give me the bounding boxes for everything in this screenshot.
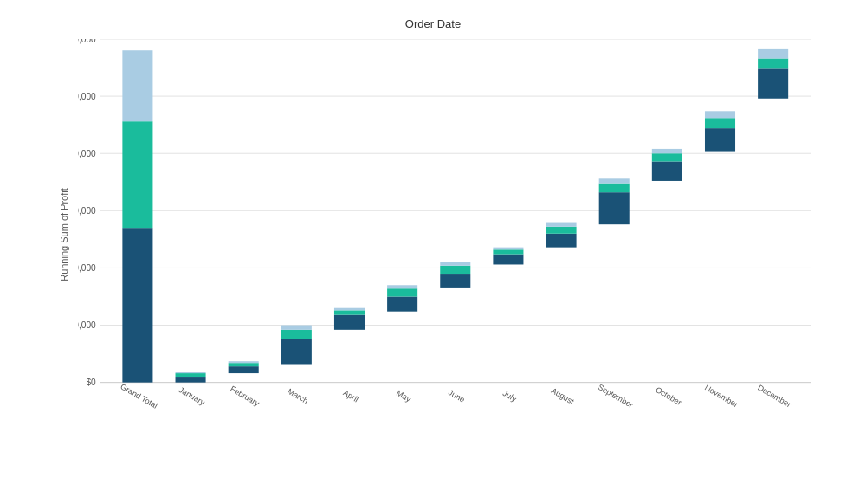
svg-rect-43	[493, 255, 523, 265]
svg-rect-37	[387, 285, 417, 288]
svg-text:January: January	[178, 385, 207, 407]
svg-text:November: November	[703, 384, 740, 410]
svg-text:February: February	[229, 384, 261, 408]
svg-rect-48	[546, 227, 577, 234]
svg-rect-15	[122, 228, 152, 382]
svg-text:Grand Total: Grand Total	[119, 382, 158, 410]
svg-rect-25	[229, 361, 259, 363]
svg-rect-44	[493, 249, 523, 254]
svg-rect-40	[440, 266, 470, 274]
svg-rect-57	[652, 149, 682, 153]
svg-text:$50,000: $50,000	[78, 320, 96, 330]
svg-rect-63	[758, 68, 788, 98]
svg-text:$150,000: $150,000	[78, 206, 96, 216]
svg-rect-56	[652, 153, 682, 161]
svg-rect-51	[599, 192, 630, 224]
svg-rect-33	[334, 308, 365, 311]
svg-rect-17	[122, 50, 152, 121]
svg-rect-64	[758, 58, 788, 68]
chart-title: Order Date	[17, 17, 849, 30]
svg-rect-28	[281, 330, 312, 339]
svg-rect-53	[599, 178, 630, 183]
svg-rect-61	[705, 111, 735, 118]
svg-rect-21	[176, 372, 206, 373]
svg-rect-27	[281, 339, 312, 364]
chart-container: Order Date Running Sum of Profit $0$50,0…	[0, 0, 866, 504]
svg-rect-20	[176, 373, 206, 377]
svg-rect-31	[334, 315, 365, 330]
svg-rect-60	[705, 118, 735, 128]
svg-rect-55	[652, 161, 682, 180]
svg-rect-29	[281, 326, 312, 330]
svg-text:$300,000: $300,000	[78, 39, 96, 44]
svg-text:May: May	[395, 389, 412, 404]
svg-text:$100,000: $100,000	[78, 263, 96, 273]
svg-rect-65	[758, 49, 788, 59]
svg-rect-24	[229, 363, 259, 366]
svg-rect-35	[387, 296, 417, 311]
svg-text:April: April	[341, 389, 359, 404]
svg-rect-19	[176, 377, 206, 383]
svg-text:$0: $0	[86, 378, 96, 387]
svg-text:December: December	[756, 384, 792, 410]
svg-rect-45	[493, 248, 523, 250]
svg-text:October: October	[654, 385, 682, 407]
svg-text:July: July	[501, 389, 519, 404]
svg-text:June: June	[447, 388, 466, 404]
svg-rect-52	[599, 184, 630, 193]
svg-rect-41	[440, 262, 470, 266]
svg-rect-36	[387, 288, 417, 296]
svg-text:$250,000: $250,000	[78, 92, 96, 101]
svg-text:$200,000: $200,000	[78, 149, 96, 158]
y-axis-label: Running Sum of Profit	[59, 188, 69, 281]
svg-rect-39	[440, 274, 470, 288]
svg-rect-32	[334, 310, 365, 314]
svg-rect-47	[546, 234, 577, 248]
svg-rect-49	[546, 223, 577, 227]
svg-text:September: September	[597, 383, 635, 410]
svg-rect-16	[122, 121, 152, 228]
svg-rect-59	[705, 128, 735, 151]
svg-text:March: March	[286, 387, 309, 405]
chart-area: Running Sum of Profit $0$50,000$100,000$…	[78, 39, 849, 430]
svg-rect-23	[229, 366, 259, 373]
svg-text:August: August	[550, 386, 576, 406]
